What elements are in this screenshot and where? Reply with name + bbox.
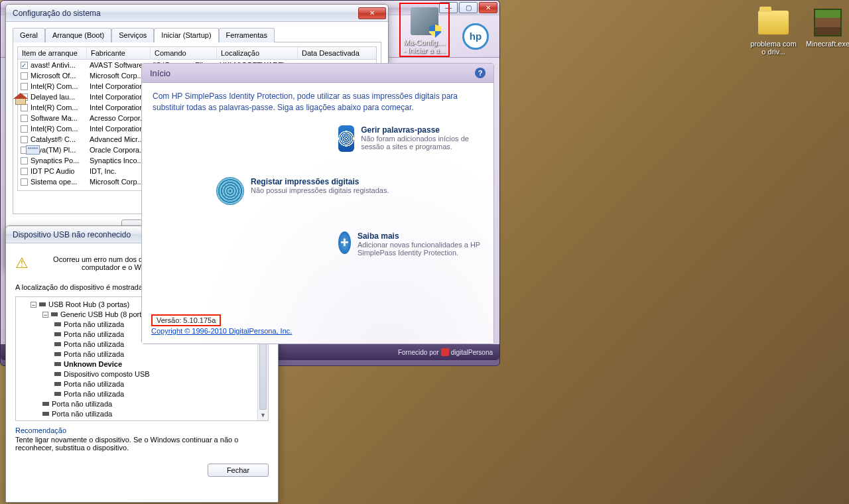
card-title[interactable]: Gerir palavras-passe bbox=[361, 125, 440, 135]
card-sub: Não foram adicionados inícios de sessão … bbox=[361, 135, 483, 151]
minecraft-icon bbox=[814, 9, 842, 36]
tabbar: Geral Arranque (Boot) Serviços Iniciar (… bbox=[13, 27, 381, 42]
usb-icon bbox=[54, 392, 61, 396]
fingerprint-big-icon bbox=[216, 177, 244, 205]
hp-main: Início ? Com HP SimplePass Identity Prot… bbox=[141, 63, 494, 344]
close-btn[interactable]: Fechar bbox=[208, 464, 269, 477]
desktop-icon-folder-problema[interactable]: problema com o driv... bbox=[748, 7, 799, 56]
home-icon bbox=[13, 93, 27, 105]
col-fabricante[interactable]: Fabricante bbox=[87, 47, 151, 60]
folder-icon bbox=[758, 11, 789, 34]
tree-leaf: Porta não utilizada bbox=[54, 349, 265, 359]
tree-leaf: Porta não utilizada bbox=[54, 379, 265, 389]
tree-leaf: Porta não utilizada bbox=[42, 409, 265, 419]
collapse-icon[interactable]: − bbox=[31, 302, 36, 308]
usb-icon bbox=[51, 312, 58, 316]
col-localizacao[interactable]: Localização bbox=[217, 47, 298, 60]
close-button[interactable]: ✕ bbox=[479, 2, 497, 13]
desktop-icon-maconfig[interactable]: Ma-Config.... - Iniciar a a... bbox=[399, 3, 450, 57]
tab-ferramentas[interactable]: Ferramentas bbox=[219, 28, 275, 42]
row-checkbox[interactable] bbox=[21, 125, 28, 133]
tab-arranque[interactable]: Arranque (Boot) bbox=[45, 28, 111, 42]
section-title: Início bbox=[150, 68, 170, 78]
col-data[interactable]: Data Desactivada bbox=[298, 47, 377, 60]
tree-leaf: Porta não utilizada bbox=[42, 399, 265, 409]
close-button[interactable]: ✕ bbox=[358, 7, 386, 19]
grid-header: Item de arranque Fabricante Comando Loca… bbox=[18, 47, 376, 60]
recommendation-text: Tente ligar novamente o dispositivo. Se … bbox=[15, 436, 269, 452]
row-checkbox[interactable] bbox=[21, 178, 28, 186]
col-item[interactable]: Item de arranque bbox=[18, 47, 87, 60]
digitalpersona-badge-icon bbox=[441, 348, 449, 356]
add-icon: + bbox=[338, 231, 351, 254]
server-icon bbox=[411, 7, 438, 35]
tree-leaf-unknown: Unknown Device bbox=[54, 359, 265, 369]
tree-leaf: Porta não utilizada bbox=[54, 389, 265, 399]
usb-icon bbox=[42, 412, 49, 416]
usb-icon bbox=[54, 332, 61, 336]
tab-iniciar[interactable]: Iniciar (Startup) bbox=[154, 28, 218, 42]
hp-brand-icon: hp bbox=[462, 23, 489, 50]
usb-icon bbox=[42, 402, 49, 406]
warning-icon: ⚠ bbox=[15, 254, 29, 273]
tree-leaf: Dispositivo composto USB bbox=[54, 369, 265, 379]
usb-icon bbox=[54, 362, 61, 366]
tab-servicos[interactable]: Serviços bbox=[111, 28, 154, 42]
usb-icon bbox=[54, 382, 61, 386]
titlebar[interactable]: Configuração do sistema ✕ bbox=[6, 5, 388, 22]
row-checkbox[interactable] bbox=[21, 168, 28, 175]
usb-icon bbox=[54, 342, 61, 346]
help-icon[interactable]: ? bbox=[475, 68, 486, 78]
icon-label: Minecraft.exe bbox=[803, 40, 849, 48]
row-checkbox[interactable] bbox=[21, 62, 28, 69]
window-title: Dispositivo USB não reconhecido bbox=[13, 230, 131, 239]
card-sub: Adicionar novas funcionalidades a HP Sim… bbox=[358, 241, 483, 257]
row-checkbox[interactable] bbox=[21, 83, 28, 90]
collapse-icon[interactable]: − bbox=[42, 312, 48, 318]
manage-passwords-icon bbox=[338, 125, 354, 152]
card-title[interactable]: Registar impressões digitais bbox=[251, 177, 359, 186]
version-label: Versão: 5.10.175a bbox=[151, 314, 221, 326]
tab-geral[interactable]: Geral bbox=[13, 28, 45, 42]
desktop-icon-minecraft[interactable]: Minecraft.exe bbox=[803, 7, 849, 48]
card-sub: Não possui impressões digitais registada… bbox=[251, 186, 389, 194]
row-checkbox[interactable] bbox=[21, 136, 28, 143]
row-checkbox[interactable] bbox=[21, 115, 28, 122]
card-title[interactable]: Saiba mais bbox=[358, 231, 399, 241]
intro-text: Com HP SimplePass Identity Protection, p… bbox=[153, 91, 483, 113]
uac-shield-icon bbox=[429, 25, 441, 38]
window-title: Configuração do sistema bbox=[13, 9, 101, 18]
icon-label: problema com o driv... bbox=[748, 40, 799, 56]
copyright-link[interactable]: Copyright © 1996-2010 DigitalPersona, In… bbox=[151, 327, 292, 335]
col-comando[interactable]: Comando bbox=[151, 47, 217, 60]
row-checkbox[interactable] bbox=[21, 157, 28, 164]
usb-icon bbox=[54, 372, 61, 376]
usb-icon bbox=[54, 322, 61, 326]
usb-icon bbox=[39, 302, 46, 306]
row-checkbox[interactable] bbox=[21, 72, 28, 80]
password-manager-icon bbox=[26, 145, 40, 155]
row-checkbox[interactable] bbox=[21, 104, 28, 111]
recommendation-header: Recomendação bbox=[15, 426, 269, 434]
usb-icon bbox=[54, 352, 61, 356]
icon-label: Ma-Config.... - Iniciar a a... bbox=[402, 38, 447, 54]
maximize-button[interactable]: ▢ bbox=[459, 2, 478, 13]
